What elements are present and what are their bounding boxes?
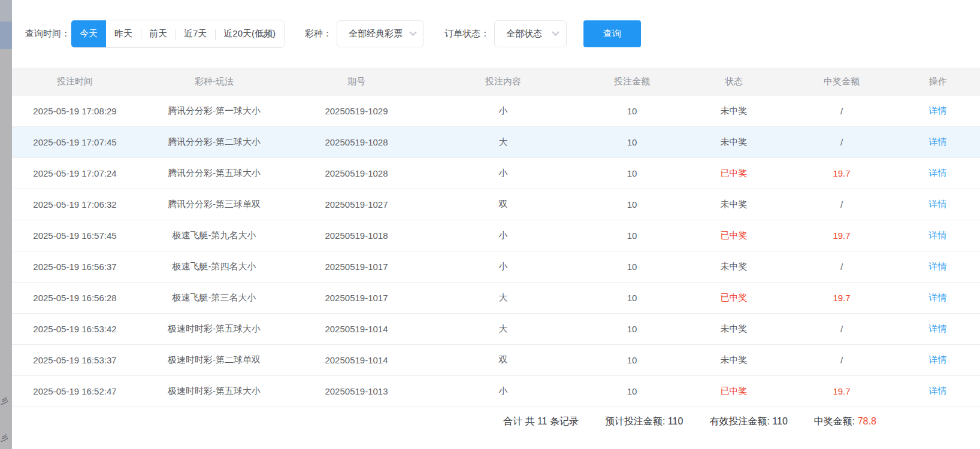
table-row: 2025-05-19 17:07:24 腾讯分分彩-第五球大小 20250519… bbox=[12, 158, 980, 189]
bet-content-cell: 大 bbox=[422, 323, 584, 335]
lottery-play-cell: 腾讯分分彩-第一球大小 bbox=[138, 105, 291, 117]
bet-content-cell: 大 bbox=[422, 136, 584, 148]
time-option-4[interactable]: 近20天(低频) bbox=[215, 20, 284, 47]
table-row: 2025-05-19 16:53:37 极速时时彩-第二球单双 20250519… bbox=[12, 345, 980, 376]
total-win-amount: 中奖金额: 78.8 bbox=[814, 415, 876, 428]
time-option-2[interactable]: 前天 bbox=[141, 20, 176, 47]
table-row: 2025-05-19 16:57:45 极速飞艇-第九名大小 20250519-… bbox=[12, 220, 980, 251]
betting-records-page: 彡 彡 查询时间： 今天昨天前天近7天近20天(低频) 彩种： 全部经典彩票 订… bbox=[0, 0, 980, 449]
detail-link[interactable]: 详情 bbox=[929, 136, 947, 147]
time-option-3[interactable]: 近7天 bbox=[176, 20, 215, 47]
bet-content-cell: 双 bbox=[422, 354, 584, 366]
detail-link[interactable]: 详情 bbox=[929, 323, 947, 333]
bet-time-cell: 2025-05-19 16:53:37 bbox=[12, 355, 138, 365]
lottery-play-cell: 极速飞艇-第三名大小 bbox=[138, 292, 291, 304]
status-cell: 未中奖 bbox=[680, 354, 788, 366]
collapsed-sidebar: 彡 彡 bbox=[0, 0, 12, 449]
status-cell: 未中奖 bbox=[680, 136, 788, 148]
period-number-cell: 20250519-1017 bbox=[291, 262, 422, 272]
detail-link[interactable]: 详情 bbox=[929, 292, 947, 302]
win-amount-cell: / bbox=[788, 199, 896, 210]
valid-bet-amount: 有效投注金额: 110 bbox=[709, 415, 787, 428]
win-amount-cell: 19.7 bbox=[788, 230, 896, 241]
bet-time-cell: 2025-05-19 16:56:28 bbox=[12, 293, 138, 303]
column-header-1: 投注时间 bbox=[12, 76, 138, 87]
win-amount-cell: 19.7 bbox=[788, 293, 896, 303]
win-amount-cell: / bbox=[788, 262, 896, 272]
lottery-play-cell: 极速时时彩-第五球大小 bbox=[138, 323, 291, 335]
column-header-3: 期号 bbox=[291, 76, 422, 87]
action-cell: 详情 bbox=[896, 168, 980, 179]
detail-link[interactable]: 详情 bbox=[929, 105, 947, 116]
detail-link[interactable]: 详情 bbox=[929, 386, 947, 396]
period-number-cell: 20250519-1029 bbox=[291, 106, 422, 116]
bet-content-cell: 小 bbox=[422, 105, 584, 117]
period-number-cell: 20250519-1017 bbox=[291, 293, 422, 303]
status-cell: 未中奖 bbox=[680, 261, 788, 272]
bet-time-cell: 2025-05-19 17:07:24 bbox=[12, 168, 138, 178]
action-cell: 详情 bbox=[896, 354, 980, 366]
action-cell: 详情 bbox=[896, 292, 980, 304]
period-number-cell: 20250519-1027 bbox=[291, 199, 422, 210]
period-number-cell: 20250519-1028 bbox=[291, 137, 422, 147]
action-cell: 详情 bbox=[896, 323, 980, 335]
total-records-text: 合计 共 11 条记录 bbox=[503, 415, 579, 428]
order-status-label: 订单状态： bbox=[444, 28, 489, 40]
table-row: 2025-05-19 16:52:47 极速时时彩-第五球大小 20250519… bbox=[12, 376, 980, 407]
lottery-type-label: 彩种： bbox=[305, 28, 332, 40]
detail-link[interactable]: 详情 bbox=[929, 230, 947, 240]
column-header-4: 投注内容 bbox=[422, 76, 584, 87]
win-amount-cell: / bbox=[788, 106, 896, 116]
bet-time-cell: 2025-05-19 17:06:32 bbox=[12, 199, 138, 210]
bet-content-cell: 双 bbox=[422, 199, 584, 210]
chevron-down-icon bbox=[552, 28, 559, 36]
bet-amount-cell: 10 bbox=[584, 106, 680, 116]
table-row: 2025-05-19 16:56:37 极速飞艇-第四名大小 20250519-… bbox=[12, 251, 980, 283]
status-cell: 已中奖 bbox=[680, 292, 788, 304]
win-amount-cell: 19.7 bbox=[788, 168, 896, 178]
period-number-cell: 20250519-1013 bbox=[291, 386, 422, 396]
bet-time-cell: 2025-05-19 16:57:45 bbox=[12, 230, 138, 241]
time-option-0[interactable]: 今天 bbox=[71, 20, 106, 47]
sidebar-selected-item-edge bbox=[0, 22, 12, 49]
column-header-5: 投注金额 bbox=[584, 76, 680, 87]
chevron-down-icon bbox=[409, 28, 417, 36]
detail-link[interactable]: 详情 bbox=[929, 168, 947, 178]
table-row: 2025-05-19 16:56:28 极速飞艇-第三名大小 20250519-… bbox=[12, 283, 980, 314]
lottery-play-cell: 极速时时彩-第五球大小 bbox=[138, 386, 291, 397]
win-amount-value: 78.8 bbox=[858, 416, 876, 426]
sidebar-clipped-text: 彡 bbox=[1, 434, 12, 442]
bet-amount-cell: 10 bbox=[584, 386, 680, 396]
action-cell: 详情 bbox=[896, 386, 980, 397]
lottery-type-select[interactable]: 全部经典彩票 bbox=[337, 20, 424, 47]
action-cell: 详情 bbox=[896, 230, 980, 241]
bet-content-cell: 小 bbox=[422, 386, 584, 397]
order-status-select[interactable]: 全部状态 bbox=[494, 20, 567, 47]
detail-link[interactable]: 详情 bbox=[929, 199, 947, 209]
bet-content-cell: 小 bbox=[422, 168, 584, 179]
win-amount-cell: / bbox=[788, 324, 896, 334]
bet-time-cell: 2025-05-19 16:52:47 bbox=[12, 386, 138, 396]
bet-amount-cell: 10 bbox=[584, 137, 680, 147]
time-option-1[interactable]: 昨天 bbox=[106, 20, 141, 47]
bet-amount-cell: 10 bbox=[584, 262, 680, 272]
lottery-play-cell: 腾讯分分彩-第二球大小 bbox=[138, 136, 291, 148]
detail-link[interactable]: 详情 bbox=[929, 261, 947, 271]
period-number-cell: 20250519-1014 bbox=[291, 355, 422, 365]
action-cell: 详情 bbox=[896, 136, 980, 148]
filter-bar: 查询时间： 今天昨天前天近7天近20天(低频) 彩种： 全部经典彩票 订单状态：… bbox=[12, 0, 980, 68]
status-cell: 未中奖 bbox=[680, 323, 788, 335]
period-number-cell: 20250519-1018 bbox=[291, 230, 422, 241]
sidebar-clipped-text: 彡 bbox=[1, 397, 12, 405]
query-button[interactable]: 查询 bbox=[583, 20, 641, 47]
bet-content-cell: 小 bbox=[422, 230, 584, 241]
bet-records-table: 投注时间彩种-玩法期号投注内容投注金额状态中奖金额操作 2025-05-19 1… bbox=[12, 68, 980, 407]
estimated-bet-amount: 预计投注金额: 110 bbox=[605, 415, 683, 428]
table-row: 2025-05-19 16:53:42 极速时时彩-第五球大小 20250519… bbox=[12, 314, 980, 345]
table-header-row: 投注时间彩种-玩法期号投注内容投注金额状态中奖金额操作 bbox=[12, 68, 980, 96]
time-filter-label: 查询时间： bbox=[25, 28, 70, 40]
action-cell: 详情 bbox=[896, 199, 980, 210]
status-cell: 已中奖 bbox=[680, 230, 788, 241]
table-row: 2025-05-19 17:07:45 腾讯分分彩-第二球大小 20250519… bbox=[12, 127, 980, 158]
detail-link[interactable]: 详情 bbox=[929, 354, 947, 365]
